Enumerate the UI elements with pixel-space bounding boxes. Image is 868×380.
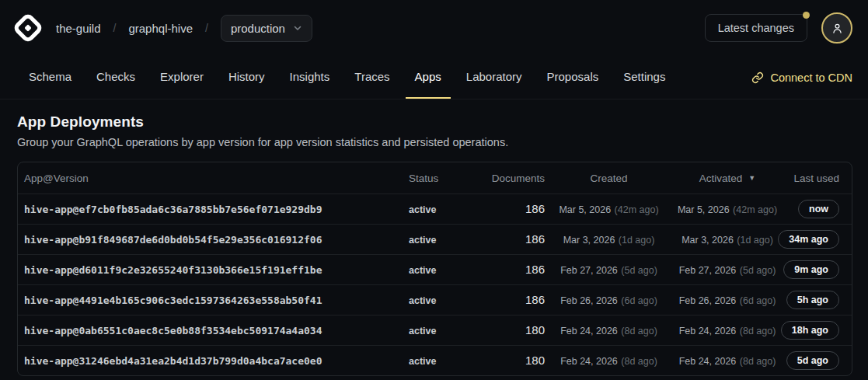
documents-cell: 186: [479, 293, 545, 307]
created-cell: Feb 24, 2026 (8d ago): [545, 323, 673, 337]
app-deployments-table: App@Version Status Documents Created Act…: [17, 162, 852, 376]
status-cell: active: [409, 232, 479, 246]
tab-proposals[interactable]: Proposals: [538, 56, 608, 99]
table-row[interactable]: hive-app@0ab6551c0aec8c5e0b88f3534ebc509…: [18, 315, 852, 345]
last-used-badge: 18h ago: [781, 321, 839, 340]
table-row[interactable]: hive-app@ef7cb0fb85ada6c36a7885bb7e56ef0…: [18, 193, 852, 224]
target-selector[interactable]: production: [221, 15, 312, 42]
documents-cell: 186: [479, 263, 545, 277]
app-version-cell: hive-app@ef7cb0fb85ada6c36a7885bb7e56ef0…: [18, 202, 409, 216]
activated-cell: Mar 5, 2026 (42m ago): [673, 202, 782, 216]
main-content: App Deployments Group your GraphQL opera…: [0, 99, 868, 376]
created-cell: Feb 26, 2026 (6d ago): [545, 293, 673, 307]
page-title: App Deployments: [17, 113, 852, 131]
link-chain-icon: [751, 71, 764, 84]
table-body: hive-app@ef7cb0fb85ada6c36a7885bb7e56ef0…: [18, 193, 852, 375]
tab-apps[interactable]: Apps: [406, 56, 451, 99]
tab-laboratory[interactable]: Laboratory: [457, 56, 532, 99]
tab-bar-spacer: [675, 56, 751, 99]
column-header-created: Created: [545, 173, 673, 184]
tab-explorer[interactable]: Explorer: [151, 56, 213, 99]
table-row[interactable]: hive-app@d6011f9c2e32655240f3130b366e15f…: [18, 254, 852, 284]
last-used-cell: 18h ago: [782, 321, 852, 340]
tab-traces[interactable]: Traces: [345, 56, 399, 99]
created-cell: Feb 24, 2026 (8d ago): [545, 354, 673, 368]
created-cell: Feb 27, 2026 (5d ago): [545, 263, 673, 277]
tab-schema[interactable]: Schema: [19, 56, 81, 99]
tab-checks[interactable]: Checks: [87, 56, 145, 99]
target-selector-value: production: [231, 22, 285, 35]
created-cell: Mar 3, 2026 (1d ago): [545, 232, 673, 246]
latest-changes-label: Latest changes: [718, 22, 794, 34]
status-cell: active: [409, 293, 479, 307]
tab-settings[interactable]: Settings: [614, 56, 675, 99]
header-left: the-guild / graphql-hive / production: [11, 11, 312, 45]
column-header-status: Status: [409, 173, 479, 184]
connect-to-cdn-label: Connect to CDN: [770, 71, 852, 84]
activated-cell: Feb 27, 2026 (5d ago): [673, 263, 782, 277]
app-version-cell: hive-app@b91f849687de6d0bd0b54f5e29e356c…: [18, 232, 409, 246]
breadcrumb: the-guild / graphql-hive / production: [56, 15, 312, 42]
status-cell: active: [409, 323, 479, 337]
last-used-cell: 9m ago: [782, 260, 852, 279]
breadcrumb-project[interactable]: graphql-hive: [128, 22, 193, 35]
tab-bar: Schema Checks Explorer History Insights …: [0, 56, 868, 99]
documents-cell: 186: [479, 232, 545, 246]
sort-desc-icon: ▼: [748, 174, 755, 182]
activated-cell: Feb 24, 2026 (8d ago): [673, 354, 782, 368]
header-right: Latest changes: [705, 12, 852, 44]
user-icon: [831, 22, 844, 35]
tab-history[interactable]: History: [219, 56, 274, 99]
breadcrumb-separator: /: [204, 22, 210, 34]
status-cell: active: [409, 202, 479, 216]
app-version-cell: hive-app@4491e4b165c906c3edc1597364263e5…: [18, 293, 409, 307]
column-header-last-used: Last used: [782, 173, 852, 184]
status-cell: active: [409, 354, 479, 368]
status-cell: active: [409, 263, 479, 277]
column-header-documents: Documents: [479, 173, 545, 184]
app-version-cell: hive-app@0ab6551c0aec8c5e0b88f3534ebc509…: [18, 323, 409, 337]
documents-cell: 186: [479, 202, 545, 216]
top-header: the-guild / graphql-hive / production La…: [0, 0, 868, 56]
activated-cell: Feb 24, 2026 (8d ago): [673, 323, 782, 337]
last-used-cell: 5d ago: [782, 351, 852, 370]
breadcrumb-separator: /: [112, 22, 118, 34]
last-used-cell: 34m ago: [782, 230, 852, 249]
last-used-badge: 9m ago: [783, 260, 839, 279]
hive-logo-icon[interactable]: [11, 11, 45, 45]
latest-changes-button[interactable]: Latest changes: [705, 14, 807, 42]
documents-cell: 180: [479, 354, 545, 368]
user-avatar[interactable]: [821, 12, 852, 44]
last-used-cell: 5h ago: [782, 291, 852, 309]
table-row[interactable]: hive-app@b91f849687de6d0bd0b54f5e29e356c…: [18, 224, 852, 254]
last-used-badge: 34m ago: [778, 230, 839, 249]
notification-dot: [803, 12, 810, 19]
activated-cell: Feb 26, 2026 (6d ago): [673, 293, 782, 307]
column-header-activated: Activated ▼: [673, 173, 782, 184]
documents-cell: 180: [479, 323, 545, 337]
last-used-badge: 5d ago: [786, 351, 839, 370]
tab-insights[interactable]: Insights: [281, 56, 340, 99]
chevron-down-icon: [293, 23, 302, 33]
tabs: Schema Checks Explorer History Insights …: [19, 56, 675, 99]
connect-to-cdn-link[interactable]: Connect to CDN: [751, 56, 852, 99]
table-header: App@Version Status Documents Created Act…: [18, 162, 852, 193]
last-used-cell: now: [782, 200, 852, 218]
sort-by-activated[interactable]: Activated ▼: [699, 173, 755, 184]
app-version-cell: hive-app@d6011f9c2e32655240f3130b366e15f…: [18, 263, 409, 277]
created-cell: Mar 5, 2026 (42m ago): [545, 202, 673, 216]
column-header-app-version: App@Version: [18, 173, 409, 184]
table-row[interactable]: hive-app@31246ebd4a31ea2b4d1d37b799d0a4b…: [18, 345, 852, 375]
breadcrumb-org[interactable]: the-guild: [56, 22, 101, 35]
table-row[interactable]: hive-app@4491e4b165c906c3edc1597364263e5…: [18, 284, 852, 315]
activated-cell: Mar 3, 2026 (1d ago): [673, 232, 782, 246]
app-version-cell: hive-app@31246ebd4a31ea2b4d1d37b799d0a4b…: [18, 354, 409, 368]
last-used-badge: 5h ago: [786, 291, 839, 309]
page-subtitle: Group your GraphQL operations by app ver…: [17, 136, 852, 148]
last-used-badge: now: [798, 200, 839, 218]
